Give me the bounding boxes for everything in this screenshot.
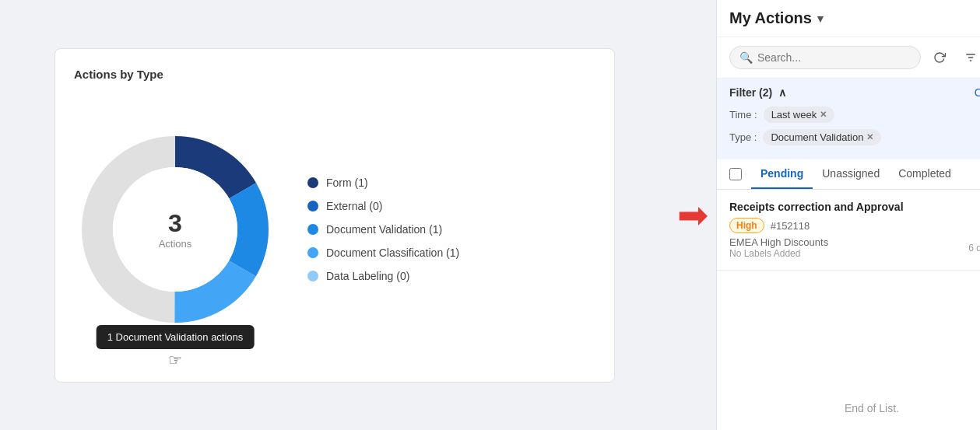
legend-item: Document Classification (1) bbox=[307, 246, 459, 259]
action-footer: EMEA High Discounts No Labels Added 6 da… bbox=[729, 236, 980, 259]
legend-label: Data Labeling (0) bbox=[326, 270, 409, 282]
action-title: Receipts correction and Approval bbox=[729, 201, 980, 213]
action-id: #152118 bbox=[771, 220, 810, 232]
legend-dot bbox=[307, 224, 318, 235]
filter-icon-button[interactable] bbox=[958, 45, 980, 70]
filter-tag: Document Validation ✕ bbox=[763, 129, 881, 145]
tab-completed[interactable]: Completed bbox=[889, 159, 961, 189]
donut-chart: 3 Actions 1 Document Validation actions … bbox=[74, 128, 276, 330]
donut-label: Actions bbox=[159, 238, 192, 250]
action-sublabel: No Labels Added bbox=[729, 248, 828, 259]
legend-dot bbox=[307, 177, 318, 188]
action-item[interactable]: Receipts correction and Approval High #1… bbox=[717, 190, 980, 271]
search-icon: 🔍 bbox=[739, 51, 753, 64]
filter-section: Filter (2) ∧ Clear all Time : Last week … bbox=[717, 79, 980, 159]
legend-item: External (0) bbox=[307, 200, 459, 212]
legend-item: Document Validation (1) bbox=[307, 223, 459, 236]
legend-label: External (0) bbox=[326, 200, 382, 212]
refresh-button[interactable] bbox=[927, 45, 952, 70]
donut-number: 3 bbox=[159, 209, 192, 238]
action-meta: High #152118 bbox=[729, 218, 980, 233]
priority-badge: High bbox=[729, 218, 764, 233]
end-of-list: End of List. bbox=[717, 386, 980, 430]
filter-row: Time : Last week ✕ bbox=[729, 107, 980, 123]
chart-card: Actions by Type 3 bbox=[54, 48, 615, 383]
filter-key: Type : bbox=[729, 131, 757, 143]
tag-close-icon[interactable]: ✕ bbox=[866, 132, 873, 142]
arrow-area: ➡ bbox=[669, 0, 716, 430]
chart-content: 3 Actions 1 Document Validation actions … bbox=[74, 96, 595, 363]
filter-row: Type : Document Validation ✕ bbox=[729, 129, 980, 145]
donut-center: 3 Actions bbox=[159, 209, 192, 250]
cursor-icon: ☞ bbox=[97, 351, 255, 369]
legend-label: Document Validation (1) bbox=[326, 223, 442, 236]
legend-item: Data Labeling (0) bbox=[307, 270, 459, 282]
legend-label: Document Classification (1) bbox=[326, 246, 459, 259]
legend-dot bbox=[307, 201, 318, 212]
tag-close-icon[interactable]: ✕ bbox=[820, 110, 827, 120]
legend-dot bbox=[307, 271, 318, 281]
search-input[interactable] bbox=[757, 51, 911, 64]
left-panel: Actions by Type 3 bbox=[0, 0, 669, 430]
filter-tag-label: Last week bbox=[771, 109, 817, 121]
legend-label: Form (1) bbox=[326, 177, 368, 189]
title-dropdown-icon[interactable]: ▼ bbox=[815, 12, 826, 25]
tabs-bar: PendingUnassignedCompleted bbox=[717, 159, 980, 190]
filter-tag: Last week ✕ bbox=[764, 107, 835, 123]
donut-tooltip: 1 Document Validation actions bbox=[97, 325, 255, 349]
panel-title: My Actions bbox=[729, 9, 812, 27]
my-actions-title: My Actions ▼ bbox=[729, 9, 826, 27]
legend-item: Form (1) bbox=[307, 177, 459, 189]
action-list: Receipts correction and Approval High #1… bbox=[717, 190, 980, 386]
clear-all-button[interactable]: Clear all bbox=[975, 86, 980, 99]
right-header: My Actions ▼ bbox=[717, 0, 980, 37]
red-arrow-icon: ➡ bbox=[677, 197, 708, 234]
tab-pending[interactable]: Pending bbox=[751, 159, 813, 189]
action-org: EMEA High Discounts bbox=[729, 236, 828, 248]
legend-dot bbox=[307, 247, 318, 258]
chart-title: Actions by Type bbox=[74, 68, 595, 81]
search-input-wrap: 🔍 bbox=[729, 46, 921, 69]
chart-legend: Form (1) External (0) Document Validatio… bbox=[307, 177, 459, 282]
action-time: 6 days ago bbox=[968, 243, 980, 253]
select-all-checkbox[interactable] bbox=[729, 168, 742, 180]
filter-key: Time : bbox=[729, 109, 757, 121]
filter-chevron-icon[interactable]: ∧ bbox=[778, 86, 786, 99]
right-panel: My Actions ▼ 🔍 bbox=[716, 0, 980, 430]
filter-tag-label: Document Validation bbox=[771, 131, 863, 143]
filter-label: Filter (2) ∧ bbox=[729, 86, 786, 99]
search-bar: 🔍 bbox=[717, 37, 980, 79]
filter-header: Filter (2) ∧ Clear all bbox=[729, 86, 980, 99]
tab-unassigned[interactable]: Unassigned bbox=[813, 159, 889, 189]
